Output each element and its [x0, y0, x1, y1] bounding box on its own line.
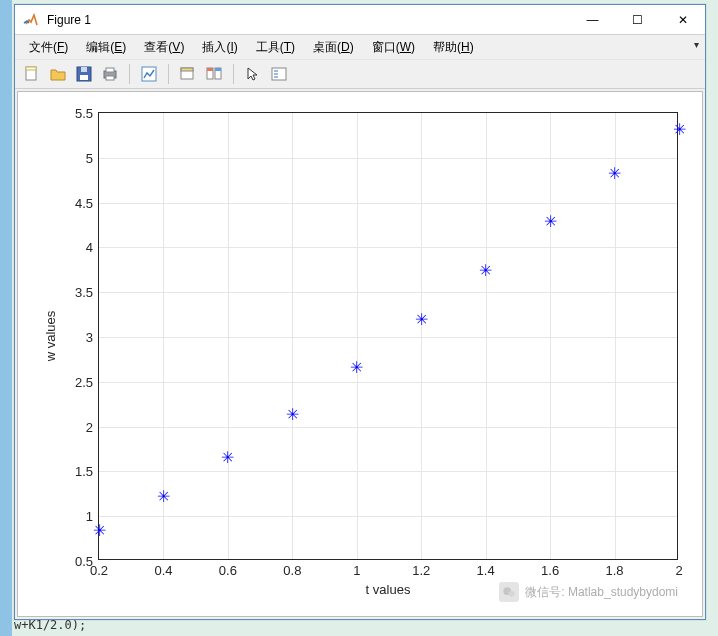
- print-button[interactable]: [99, 63, 121, 85]
- maximize-icon: ☐: [632, 13, 643, 27]
- editor-bg-line: w+K1/2.0);: [0, 618, 86, 632]
- close-button[interactable]: ✕: [660, 5, 705, 35]
- wechat-icon: [499, 582, 519, 602]
- save-button[interactable]: [73, 63, 95, 85]
- svg-rect-3: [80, 75, 88, 80]
- minimize-icon: —: [587, 13, 599, 27]
- toolbar-separator: [233, 64, 234, 84]
- editor-gutter: [0, 0, 12, 636]
- data-point: ✳: [351, 362, 363, 374]
- data-point: ✳: [480, 265, 492, 277]
- edit-plot-icon: [141, 66, 157, 82]
- data-point: ✳: [93, 525, 105, 537]
- x-tick-label: 0.8: [283, 563, 301, 578]
- new-file-icon: [24, 66, 40, 82]
- x-axis-label: t values: [366, 582, 411, 597]
- toolbar-separator: [168, 64, 169, 84]
- gridline-v: [421, 113, 422, 559]
- new-figure-button[interactable]: [21, 63, 43, 85]
- gridline-h: [99, 203, 677, 204]
- y-tick-label: 1.5: [75, 464, 93, 479]
- svg-rect-10: [181, 68, 193, 71]
- svg-rect-1: [26, 67, 36, 70]
- x-tick-label: 1.6: [541, 563, 559, 578]
- open-button[interactable]: [47, 63, 69, 85]
- x-tick-label: 0.4: [154, 563, 172, 578]
- svg-point-20: [509, 591, 515, 597]
- y-tick-label: 3.5: [75, 285, 93, 300]
- figure-window: Figure 1 — ☐ ✕ 文件(F) 编辑(E) 查看(V) 插入(I) 工…: [14, 4, 706, 620]
- data-point: ✳: [609, 168, 621, 180]
- inspector-button[interactable]: [177, 63, 199, 85]
- y-tick-label: 5: [86, 150, 93, 165]
- data-point: ✳: [157, 491, 169, 503]
- y-tick-label: 2.5: [75, 374, 93, 389]
- x-tick-label: 2: [675, 563, 682, 578]
- menu-insert[interactable]: 插入(I): [194, 37, 245, 58]
- gridline-v: [228, 113, 229, 559]
- menu-tools[interactable]: 工具(T): [248, 37, 303, 58]
- watermark: 微信号: Matlab_studybydomi: [499, 582, 678, 602]
- matlab-icon: [23, 12, 39, 28]
- menu-file[interactable]: 文件(F): [21, 37, 76, 58]
- data-point: ✳: [544, 216, 556, 228]
- close-icon: ✕: [678, 13, 688, 27]
- svg-rect-8: [142, 67, 156, 81]
- window-title: Figure 1: [47, 13, 570, 27]
- floppy-icon: [76, 66, 92, 82]
- legend-icon: [271, 66, 287, 82]
- gridline-h: [99, 292, 677, 293]
- menu-desktop[interactable]: 桌面(D): [305, 37, 362, 58]
- y-tick-label: 2: [86, 419, 93, 434]
- data-point: ✳: [286, 409, 298, 421]
- x-tick-label: 1.4: [477, 563, 495, 578]
- x-tick-label: 1.2: [412, 563, 430, 578]
- pointer-button[interactable]: [242, 63, 264, 85]
- data-point: ✳: [673, 124, 685, 136]
- y-axis-label: w values: [43, 311, 58, 362]
- y-tick-label: 3: [86, 330, 93, 345]
- svg-rect-4: [81, 67, 87, 72]
- toolbar-separator: [129, 64, 130, 84]
- linked-icon: [206, 66, 222, 82]
- maximize-button[interactable]: ☐: [615, 5, 660, 35]
- menu-overflow-icon[interactable]: ▾: [694, 39, 699, 50]
- window-icon: [180, 66, 196, 82]
- menu-help[interactable]: 帮助(H): [425, 37, 482, 58]
- y-tick-label: 4: [86, 240, 93, 255]
- svg-rect-12: [207, 68, 213, 71]
- gridline-v: [486, 113, 487, 559]
- x-tick-label: 1.8: [606, 563, 624, 578]
- toolbar: [15, 59, 705, 89]
- folder-open-icon: [50, 66, 66, 82]
- gridline-h: [99, 337, 677, 338]
- y-tick-label: 0.5: [75, 554, 93, 569]
- gridline-h: [99, 247, 677, 248]
- insert-legend-button[interactable]: [268, 63, 290, 85]
- menubar: 文件(F) 编辑(E) 查看(V) 插入(I) 工具(T) 桌面(D) 窗口(W…: [15, 35, 705, 59]
- menu-window[interactable]: 窗口(W): [364, 37, 423, 58]
- printer-icon: [102, 66, 118, 82]
- axes[interactable]: 0.20.40.60.811.21.41.61.820.511.522.533.…: [98, 112, 678, 560]
- edit-plot-button[interactable]: [138, 63, 160, 85]
- minimize-button[interactable]: —: [570, 5, 615, 35]
- gridline-h: [99, 516, 677, 517]
- data-point: ✳: [415, 314, 427, 326]
- linked-plot-button[interactable]: [203, 63, 225, 85]
- y-tick-label: 1: [86, 509, 93, 524]
- y-tick-label: 4.5: [75, 195, 93, 210]
- menu-view[interactable]: 查看(V): [136, 37, 192, 58]
- svg-rect-14: [215, 68, 221, 71]
- pointer-icon: [245, 66, 261, 82]
- x-tick-label: 0.6: [219, 563, 237, 578]
- gridline-h: [99, 471, 677, 472]
- titlebar[interactable]: Figure 1 — ☐ ✕: [15, 5, 705, 35]
- figure-canvas[interactable]: 0.20.40.60.811.21.41.61.820.511.522.533.…: [17, 91, 703, 617]
- menu-edit[interactable]: 编辑(E): [78, 37, 134, 58]
- svg-rect-7: [106, 76, 114, 80]
- gridline-v: [357, 113, 358, 559]
- gridline-v: [550, 113, 551, 559]
- x-tick-label: 1: [353, 563, 360, 578]
- y-tick-label: 5.5: [75, 106, 93, 121]
- gridline-h: [99, 382, 677, 383]
